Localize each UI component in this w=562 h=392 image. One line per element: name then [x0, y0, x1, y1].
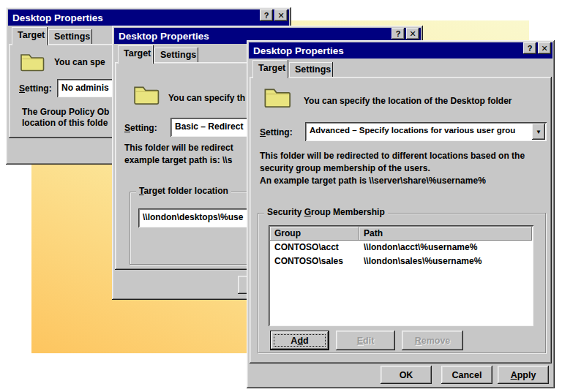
intro-text: You can specify th: [168, 93, 245, 103]
column-header-group[interactable]: Group: [270, 227, 359, 241]
cancel-button-label: Cancel: [452, 370, 482, 380]
setting-combobox[interactable]: Advanced – Specify locations for various…: [305, 122, 547, 141]
list-item[interactable]: CONTOSO\sales \\london\sales\%username%: [270, 255, 532, 268]
cell-path: \\london\sales\%username%: [359, 255, 532, 268]
list-header: Group Path: [270, 227, 532, 241]
add-button[interactable]: Add: [270, 331, 329, 350]
setting-value: Advanced – Specify locations for various…: [310, 126, 515, 135]
ok-button-label: OK: [400, 370, 413, 380]
edit-button[interactable]: Edit: [336, 331, 395, 350]
description-line: location of this folde: [22, 118, 108, 128]
tab-target[interactable]: Target: [12, 27, 48, 45]
group-label: Target folder location: [136, 186, 231, 196]
folder-icon: [263, 86, 291, 109]
setting-value: Basic – Redirect: [175, 121, 243, 132]
column-header-path[interactable]: Path: [359, 227, 532, 241]
tab-settings[interactable]: Settings: [289, 62, 333, 78]
description-line: An example target path is \\server\share…: [260, 176, 486, 186]
apply-button[interactable]: Apply: [498, 366, 549, 384]
title-bar[interactable]: Desktop Properties: [8, 10, 289, 26]
edit-button-label: Edit: [357, 336, 375, 346]
tab-label: Settings: [54, 31, 90, 42]
cell-group: CONTOSO\acct: [270, 241, 359, 255]
help-icon: ?: [264, 12, 269, 20]
title-bar[interactable]: Desktop Properties: [249, 42, 552, 59]
list-item[interactable]: CONTOSO\acct \\london\acct\%username%: [270, 241, 532, 255]
tab-label: Target: [258, 63, 285, 73]
description-line: security group membership of the users.: [260, 163, 430, 173]
tab-target[interactable]: Target: [252, 60, 288, 78]
tab-label: Target: [124, 48, 151, 59]
add-button-label: Add: [291, 336, 308, 346]
intro-text: You can spe: [54, 57, 105, 67]
folder-icon: [20, 52, 45, 72]
setting-value: No adminis: [61, 83, 109, 93]
cancel-button[interactable]: Cancel: [441, 366, 492, 384]
tab-settings[interactable]: Settings: [48, 29, 92, 45]
setting-label: Setting:: [124, 123, 157, 133]
cell-path: \\london\acct\%username%: [359, 241, 532, 255]
window-title: Desktop Properties: [253, 45, 344, 56]
window-title: Desktop Properties: [119, 31, 209, 42]
tab-settings[interactable]: Settings: [154, 48, 198, 63]
close-button[interactable]: ✕: [538, 42, 551, 54]
security-group-membership-group: Security Group Membership Group Path CON…: [258, 213, 546, 353]
description-line: This folder will be redirect: [124, 143, 233, 153]
security-group-list: Group Path CONTOSO\acct \\london\acct\%u…: [269, 225, 533, 326]
tab-label: Settings: [295, 64, 331, 75]
remove-button[interactable]: Remove: [402, 331, 463, 350]
description-line: example target path is: \\s: [124, 155, 232, 165]
close-button[interactable]: ✕: [406, 28, 419, 39]
ok-button[interactable]: OK: [381, 366, 432, 384]
help-button[interactable]: ?: [260, 10, 273, 21]
tab-label: Target: [18, 30, 45, 40]
close-icon: ✕: [277, 12, 284, 20]
close-icon: ✕: [541, 45, 547, 53]
setting-label: Setting:: [19, 83, 52, 94]
tab-label: Settings: [160, 50, 196, 60]
dropdown-arrow-button[interactable]: ▼: [532, 124, 545, 140]
close-icon: ✕: [409, 30, 416, 38]
intro-text: You can specify the location of the Desk…: [304, 96, 545, 106]
description-line: The Group Policy Ob: [22, 107, 109, 117]
chevron-down-icon: ▼: [536, 129, 542, 135]
setting-label: Setting:: [260, 127, 293, 137]
cell-group: CONTOSO\sales: [270, 255, 359, 268]
help-button[interactable]: ?: [523, 42, 536, 54]
help-button[interactable]: ?: [391, 28, 405, 39]
help-icon: ?: [396, 30, 401, 38]
help-icon: ?: [528, 45, 533, 53]
remove-button-label: Remove: [415, 336, 451, 346]
group-label: Security Group Membership: [264, 207, 388, 217]
desktop-properties-dialog-front: Desktop Properties ? ✕ Target Settings Y…: [247, 40, 555, 388]
target-folder-path: \\london\desktops\%use: [143, 212, 243, 222]
description-line: This folder will be redirected to differ…: [260, 151, 525, 161]
window-title: Desktop Properties: [12, 12, 103, 23]
close-button[interactable]: ✕: [274, 10, 288, 21]
folder-icon: [133, 84, 160, 106]
tab-target[interactable]: Target: [118, 45, 154, 64]
apply-button-label: Apply: [511, 370, 536, 380]
